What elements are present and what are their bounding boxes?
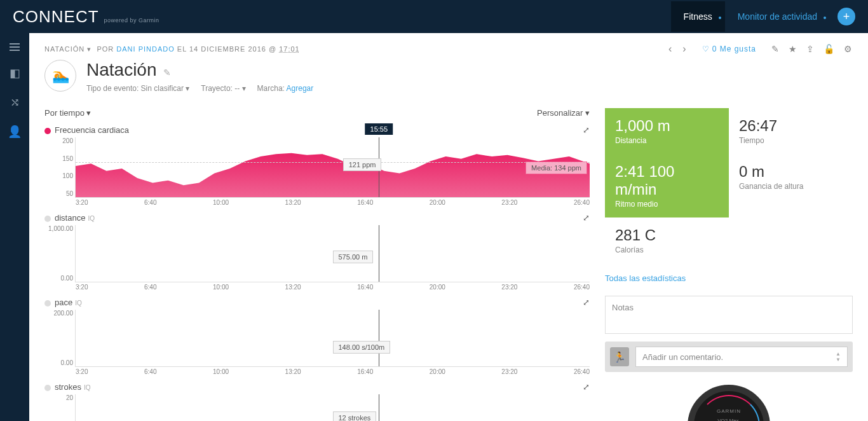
event-type[interactable]: Tipo de evento: Sin clasificar: [86, 84, 184, 93]
lock-icon[interactable]: 🔓: [824, 44, 835, 54]
all-stats-link[interactable]: Todas las estadísticas: [605, 273, 853, 283]
distance-chart-label: distance: [55, 213, 85, 223]
dot-icon: [719, 17, 721, 19]
breadcrumb-date: EL 14 DICIEMBRE 2016: [177, 45, 269, 53]
iq-badge: IQ: [88, 215, 95, 222]
breadcrumb-category[interactable]: NATACIÓN: [44, 45, 85, 53]
hr-yaxis: 200 150 100 50: [48, 137, 73, 197]
nav-fitness[interactable]: Fitness: [671, 1, 725, 32]
distance-yaxis: 1,000.00 0.00: [48, 225, 73, 282]
star-icon[interactable]: ★: [789, 44, 797, 54]
nav-activity-monitor[interactable]: Monitor de actividad: [725, 1, 830, 32]
notes-box[interactable]: Notas: [605, 296, 853, 334]
strokes-tooltip: 12 strokes: [333, 411, 377, 421]
watch-face: GARMIN VO2 Max. 46: [688, 385, 770, 421]
charts-column: Por tiempo ▾ Personalizar ▾ Frecuencia c…: [44, 108, 590, 421]
menu-icon[interactable]: [10, 43, 20, 51]
at-symbol: @: [269, 45, 279, 53]
hr-chart-area[interactable]: 200 150 100 50 15:55 121 ppm Media: 134 …: [75, 137, 590, 198]
time-marker: 15:55: [365, 123, 393, 135]
strokes-chart-label: strokes: [55, 382, 81, 392]
edit-title-icon[interactable]: ✎: [163, 67, 171, 78]
iq-badge: IQ: [75, 300, 82, 307]
add-gear-link[interactable]: Agregar: [287, 84, 314, 93]
comment-input[interactable]: Añadir un comentario. ▲▼: [635, 347, 848, 367]
next-activity-icon[interactable]: ›: [682, 43, 686, 55]
activity-nav: ‹ ›: [668, 43, 687, 55]
expand-icon[interactable]: ⤢: [583, 298, 590, 307]
activity-header: 🏊 Natación ✎ Tipo de evento: Sin clasifi…: [44, 60, 853, 93]
chevron-down-icon[interactable]: ▾: [87, 45, 94, 53]
stat-pace-label: Ritmo medio: [615, 200, 719, 209]
expand-icon[interactable]: ⤢: [583, 125, 590, 135]
route[interactable]: Trayecto: --: [201, 84, 240, 93]
profile-icon[interactable]: 👤: [8, 125, 22, 139]
stat-distance-label: Distancia: [615, 136, 719, 145]
main-content: NATACIÓN ▾ POR DANI PINDADO EL 14 DICIEM…: [29, 33, 868, 421]
stat-elevation-value: 0 m: [739, 163, 843, 181]
hr-chart: Frecuencia cardiaca ⤢ 200 150 100 50: [44, 125, 590, 198]
breadcrumb: NATACIÓN ▾ POR DANI PINDADO EL 14 DICIEM…: [44, 45, 300, 53]
chart-cursor[interactable]: [379, 394, 379, 421]
stat-distance: 1,000 m Distancia: [605, 108, 729, 154]
breadcrumb-by: POR: [97, 45, 114, 53]
stat-time-value: 26:47: [739, 117, 843, 135]
add-button[interactable]: +: [837, 8, 855, 25]
chart-xaxis-mode[interactable]: Por tiempo ▾: [44, 108, 92, 118]
stats-column: 1,000 m Distancia 26:47 Tiempo 2:41 100 …: [605, 108, 853, 421]
hr-chart-label: Frecuencia cardiaca: [55, 125, 129, 135]
distance-xaxis: 3:206:4010:0013:2016:4020:0023:2026:40: [76, 284, 590, 291]
strokes-chart: strokesIQ ⤢ 20 0 12 strokes 3:206:4010:0…: [44, 382, 590, 421]
stat-distance-value: 1,000 m: [615, 117, 719, 135]
breadcrumb-author[interactable]: DANI PINDADO: [116, 45, 174, 53]
share-icon[interactable]: ⇪: [806, 44, 815, 54]
swim-icon: 🏊: [44, 60, 76, 92]
stat-elevation: 0 m Ganancia de altura: [729, 154, 853, 217]
stat-elevation-label: Ganancia de altura: [739, 182, 843, 191]
iq-badge: IQ: [84, 384, 91, 391]
activity-title: Natación: [86, 60, 157, 79]
nav-monitor-label: Monitor de actividad: [738, 11, 817, 22]
stat-time-label: Tiempo: [739, 136, 843, 145]
pace-tooltip: 148.00 s/100m: [333, 341, 391, 354]
expand-icon[interactable]: ⤢: [583, 382, 590, 392]
hr-dot-icon: [44, 128, 51, 134]
like-count: 0 Me gusta: [712, 45, 756, 53]
chart-cursor[interactable]: [379, 225, 379, 282]
hr-mean-line: [76, 162, 590, 163]
pace-chart-area[interactable]: 200.00 0.00 148.00 s/100m 3:206:4010:001…: [75, 310, 590, 367]
distance-chart: distanceIQ ⤢ 1,000.00 0.00 575.00 m 3:20…: [44, 213, 590, 282]
gear-icon[interactable]: ⚙: [844, 44, 853, 54]
breadcrumb-row: NATACIÓN ▾ POR DANI PINDADO EL 14 DICIEM…: [44, 43, 853, 55]
strokes-dot-icon: [44, 385, 51, 391]
distance-chart-area[interactable]: 1,000.00 0.00 575.00 m 3:206:4010:0013:2…: [75, 225, 590, 282]
chevron-down-icon[interactable]: ▼: [836, 357, 841, 362]
shuffle-icon[interactable]: ⤭: [10, 95, 20, 109]
prev-activity-icon[interactable]: ‹: [668, 43, 672, 55]
distance-dot-icon: [44, 216, 51, 222]
hr-mean-label: Media: 134 ppm: [526, 162, 587, 174]
pace-chart-label: pace: [55, 298, 72, 307]
breadcrumb-time: 17:01: [279, 45, 300, 53]
hr-xaxis: 3:206:4010:0013:2016:4020:0023:2026:40: [76, 199, 590, 206]
watch-ring: [698, 395, 760, 421]
chart-customize[interactable]: Personalizar ▾: [537, 108, 590, 118]
hr-series: [76, 149, 590, 197]
like-button[interactable]: ♡ 0 Me gusta: [702, 45, 756, 53]
inbox-icon[interactable]: ◧: [10, 66, 20, 80]
nav-fitness-label: Fitness: [684, 11, 712, 22]
top-nav: Fitness Monitor de actividad +: [671, 1, 855, 32]
comment-placeholder: Añadir un comentario.: [642, 352, 723, 362]
expand-icon[interactable]: ⤢: [583, 213, 590, 223]
comment-row: 🏃 Añadir un comentario. ▲▼: [605, 342, 853, 372]
stats-grid: 1,000 m Distancia 26:47 Tiempo 2:41 100 …: [605, 108, 853, 263]
edit-icon[interactable]: ✎: [771, 44, 780, 54]
strokes-chart-area[interactable]: 20 0 12 strokes 3:206:4010:0013:2016:402…: [75, 394, 590, 421]
runner-icon: 🏃: [610, 347, 629, 366]
chart-cursor[interactable]: [379, 310, 379, 366]
chevron-up-icon[interactable]: ▲: [836, 351, 841, 357]
logo-text: CONNECT: [13, 7, 99, 27]
pace-chart: paceIQ ⤢ 200.00 0.00 148.00 s/100m 3:206…: [44, 298, 590, 367]
stat-pace: 2:41 100 m/min Ritmo medio: [605, 154, 729, 217]
dot-icon: [824, 17, 826, 19]
